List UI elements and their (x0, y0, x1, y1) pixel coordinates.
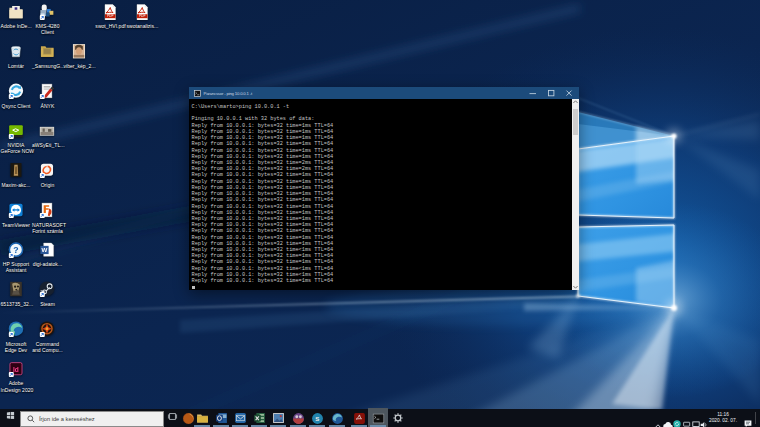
svg-text:PDF: PDF (107, 14, 114, 18)
svg-text:W: W (42, 246, 48, 253)
svg-text:?: ? (13, 244, 18, 254)
svg-text:Id: Id (13, 366, 19, 373)
svg-text:PDF: PDF (139, 14, 146, 18)
